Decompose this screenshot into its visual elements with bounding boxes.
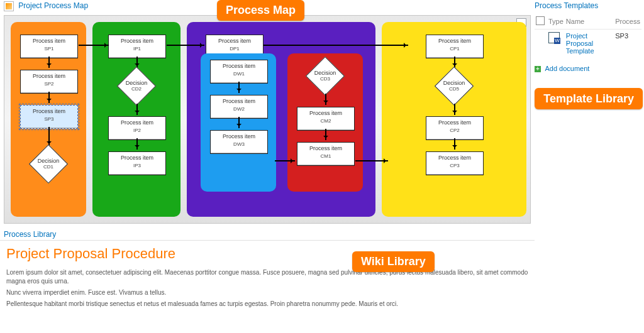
node-ip2[interactable]: Process itemIP2 [108,116,166,140]
node-sp2[interactable]: Process itemSP2 [20,70,78,94]
node-cd3[interactable]: DecisionCD3 [306,57,344,95]
callout-process-map: Process Map [217,0,304,21]
lane-yellow: Process itemCP1 DecisionCD5 Process item… [382,22,526,217]
node-cd5[interactable]: DecisionCD5 [435,67,473,105]
callout-template-library: Template Library [535,88,643,109]
wiki-page: Project Proposal Procedure Lorem ipsum d… [6,246,528,308]
webpart-icon [4,1,14,11]
lane-green: Process itemIP1 DecisionCD2 Process item… [92,22,180,217]
templates-table: Type Name Process Project Proposal Templ… [535,14,641,57]
process-map-diagram[interactable]: Process itemSP1 Process itemSP2 Process … [4,15,531,224]
node-cp3[interactable]: Process itemCP3 [426,151,484,175]
node-cp2[interactable]: Process itemCP2 [426,116,484,140]
node-dw2[interactable]: Process itemDW2 [210,95,268,119]
node-ip3[interactable]: Process itemIP3 [108,151,166,175]
node-cd2[interactable]: DecisionCD2 [118,67,155,105]
col-process[interactable]: Process [614,14,641,30]
table-header-row: Type Name Process [535,14,641,30]
col-name[interactable]: Name [565,14,614,30]
wiki-page-title: Project Proposal Procedure [6,246,528,262]
arrow [79,45,109,46]
process-map-title-link[interactable]: Project Process Map [18,1,88,10]
select-all-checkbox[interactable] [536,16,545,25]
lane-purple: Process itemDP1 Process itemDW1 Process … [187,22,375,217]
node-dw1[interactable]: Process itemDW1 [210,60,268,84]
process-templates-title-link[interactable]: Process Templates [535,1,598,10]
col-type[interactable]: Type [547,14,565,30]
subgroup-red: DecisionCD3 Process itemCM2 Process item… [287,53,363,192]
node-cm2[interactable]: Process itemCM2 [297,107,355,131]
table-row[interactable]: Project Proposal Template SP3 [535,30,641,58]
callout-wiki-library: Wiki Library [352,251,435,272]
plus-icon: + [535,66,541,72]
arrow [275,160,295,161]
lane-orange: Process itemSP1 Process itemSP2 Process … [11,22,86,217]
word-document-icon [548,32,560,43]
node-cm1[interactable]: Process itemCM1 [297,142,355,166]
process-library-header: Process Library [0,229,535,241]
wiki-paragraph: Pellentesque habitant morbi tristique se… [6,300,528,308]
arrow [264,45,408,46]
arrow [355,160,388,161]
template-process-cell: SP3 [614,30,641,58]
node-sp1[interactable]: Process itemSP1 [20,35,78,58]
wiki-paragraph: Nunc viverra imperdiet enim. Fusce est. … [6,288,528,297]
node-dw3[interactable]: Process itemDW3 [210,130,268,154]
template-name-link[interactable]: Project Proposal Template [566,32,594,55]
node-cd1[interactable]: DecisionCD1 [30,145,67,183]
process-library-title-link[interactable]: Process Library [4,230,56,239]
node-cp1[interactable]: Process itemCP1 [426,35,484,58]
add-document-link[interactable]: + Add document [535,65,641,72]
add-document-label[interactable]: Add document [545,65,589,72]
node-ip1[interactable]: Process itemIP1 [108,35,166,58]
process-templates-header: Process Templates [535,0,641,11]
arrow [167,45,204,46]
node-sp3-selected[interactable]: Process itemSP3 [20,105,78,129]
subgroup-blue: Process itemDW1 Process itemDW2 Process … [201,53,276,192]
wiki-paragraph: Lorem ipsum dolor sit amet, consectetuer… [6,268,528,286]
